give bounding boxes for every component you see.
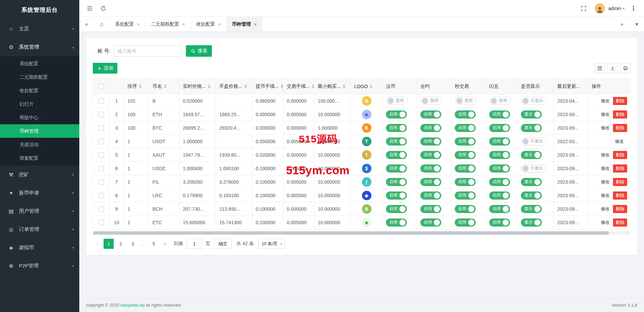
contract-toggle[interactable]: 启用 bbox=[420, 137, 441, 146]
delete-button[interactable]: 删除 bbox=[613, 218, 627, 227]
fiat-toggle[interactable]: 启用 bbox=[386, 191, 407, 200]
seconds-trade-toggle[interactable]: 启用 bbox=[455, 191, 476, 200]
row-checkbox[interactable] bbox=[99, 166, 104, 171]
sort-icon[interactable] bbox=[343, 84, 345, 88]
sort-icon[interactable] bbox=[370, 84, 372, 88]
tab-币种管理[interactable]: 币种管理× bbox=[227, 17, 262, 31]
sidebar-item-系统管理[interactable]: ⚙系统管理▴ bbox=[0, 38, 79, 56]
contract-toggle[interactable]: 启用 bbox=[420, 218, 441, 227]
contract-toggle[interactable]: 禁用 bbox=[420, 97, 442, 105]
close-tab-icon[interactable]: × bbox=[137, 22, 140, 27]
sidebar-subitem-帮助中心[interactable]: 帮助中心 bbox=[0, 111, 79, 124]
easyweb-link[interactable]: easyweb.vip bbox=[120, 303, 145, 308]
page-button-3[interactable]: 3 bbox=[128, 239, 138, 249]
close-tab-icon[interactable]: × bbox=[218, 22, 221, 27]
sidebar-subitem-弹窗配置[interactable]: 弹窗配置 bbox=[0, 151, 79, 165]
flash-swap-toggle[interactable]: 启用 bbox=[489, 110, 510, 119]
visible-toggle[interactable]: 显示 bbox=[521, 124, 542, 132]
print-icon[interactable] bbox=[620, 63, 631, 73]
seconds-trade-toggle[interactable]: 启用 bbox=[455, 205, 476, 213]
column-header-LOGO[interactable]: LOGO bbox=[351, 79, 383, 94]
tabs-scroll-right-button[interactable]: » bbox=[614, 17, 629, 31]
fiat-toggle[interactable]: 启用 bbox=[386, 218, 407, 227]
visible-toggle[interactable]: 显示 bbox=[521, 205, 542, 213]
delete-button[interactable]: 删除 bbox=[613, 191, 627, 200]
visible-toggle[interactable]: 显示 bbox=[521, 178, 542, 186]
visible-toggle[interactable]: 显示 bbox=[521, 151, 542, 159]
add-button[interactable]: ＋ 添加 bbox=[93, 63, 117, 74]
edit-button[interactable]: 修改 bbox=[615, 139, 624, 144]
sort-icon[interactable] bbox=[281, 84, 283, 88]
delete-button[interactable]: 删除 bbox=[613, 110, 627, 119]
sidebar-subitem-幻灯片[interactable]: 幻灯片 bbox=[0, 97, 79, 111]
delete-button[interactable]: 删除 bbox=[613, 164, 627, 173]
delete-button[interactable]: 删除 bbox=[613, 97, 627, 105]
contract-toggle[interactable]: 启用 bbox=[420, 178, 441, 186]
home-tab[interactable]: ⌂ bbox=[94, 17, 110, 31]
close-tab-icon[interactable]: × bbox=[182, 22, 185, 27]
sidebar-subitem-收款配置[interactable]: 收款配置 bbox=[0, 84, 79, 97]
user-menu[interactable]: admin ▾ bbox=[608, 6, 624, 11]
tab-系统配置[interactable]: 系统配置× bbox=[110, 17, 145, 31]
select-all-checkbox[interactable] bbox=[99, 84, 104, 89]
fiat-toggle[interactable]: 启用 bbox=[386, 164, 407, 173]
edit-button[interactable]: 修改 bbox=[601, 179, 610, 184]
sort-icon[interactable] bbox=[208, 84, 211, 88]
sidebar-item-订单管理[interactable]: ◎订单管理▾ bbox=[0, 220, 79, 238]
row-checkbox[interactable] bbox=[99, 125, 104, 131]
seconds-trade-toggle[interactable]: 启用 bbox=[455, 124, 476, 132]
contract-toggle[interactable]: 启用 bbox=[420, 164, 441, 173]
tabs-scroll-left-button[interactable]: « bbox=[79, 17, 94, 31]
export-icon[interactable] bbox=[608, 63, 618, 73]
contract-toggle[interactable]: 启用 bbox=[420, 191, 441, 200]
next-page-button[interactable]: › bbox=[160, 239, 170, 249]
fiat-toggle[interactable]: 启用 bbox=[386, 110, 407, 119]
row-checkbox[interactable] bbox=[99, 112, 104, 117]
fiat-toggle[interactable]: 启用 bbox=[386, 178, 407, 186]
edit-button[interactable]: 修改 bbox=[601, 152, 610, 157]
collapse-menu-icon[interactable] bbox=[84, 3, 95, 14]
page-size-select[interactable]: 10 条/页▾ bbox=[258, 239, 285, 249]
sort-icon[interactable] bbox=[164, 84, 167, 88]
visible-toggle[interactable]: 不显示 bbox=[521, 164, 547, 173]
edit-button[interactable]: 修改 bbox=[601, 166, 610, 171]
seconds-trade-toggle[interactable]: 启用 bbox=[455, 151, 476, 159]
row-checkbox[interactable] bbox=[99, 98, 104, 104]
fullscreen-icon[interactable] bbox=[578, 3, 589, 14]
visible-toggle[interactable]: 显示 bbox=[521, 218, 542, 227]
sidebar-subitem-充值活动[interactable]: 充值活动 bbox=[0, 138, 79, 151]
column-header-排序[interactable]: 排序 bbox=[124, 79, 149, 94]
row-checkbox[interactable] bbox=[99, 179, 104, 185]
edit-button[interactable]: 修改 bbox=[601, 125, 610, 130]
sidebar-item-P2P管理[interactable]: ⊕P2P管理▾ bbox=[0, 257, 79, 275]
seconds-trade-toggle[interactable]: 启用 bbox=[455, 164, 476, 173]
sidebar-item-新币申请[interactable]: ✦新币申请▾ bbox=[0, 184, 79, 202]
edit-button[interactable]: 修改 bbox=[601, 206, 610, 211]
seconds-trade-toggle[interactable]: 启用 bbox=[455, 178, 476, 186]
delete-button[interactable]: 删除 bbox=[613, 151, 627, 159]
sidebar-subitem-系统配置[interactable]: 系统配置 bbox=[0, 57, 79, 70]
search-input[interactable] bbox=[114, 45, 181, 57]
scrollbar-thumb[interactable] bbox=[93, 231, 609, 235]
delete-button[interactable]: 删除 bbox=[613, 178, 627, 186]
flash-swap-toggle[interactable]: 启用 bbox=[489, 191, 510, 200]
row-checkbox[interactable] bbox=[99, 206, 104, 212]
visible-toggle[interactable]: 不显示 bbox=[521, 137, 547, 146]
fiat-toggle[interactable]: 禁用 bbox=[386, 97, 408, 105]
edit-button[interactable]: 修改 bbox=[601, 112, 610, 117]
contract-toggle[interactable]: 启用 bbox=[420, 205, 441, 213]
column-header-交易手续...[interactable]: 交易手续... bbox=[283, 79, 314, 94]
flash-swap-toggle[interactable]: 启用 bbox=[489, 124, 510, 132]
tab-收款配置[interactable]: 收款配置× bbox=[191, 17, 226, 31]
columns-grid-icon[interactable] bbox=[595, 63, 605, 73]
contract-toggle[interactable]: 启用 bbox=[420, 151, 441, 159]
fiat-toggle[interactable]: 启用 bbox=[386, 151, 407, 159]
avatar[interactable] bbox=[595, 3, 605, 14]
confirm-goto-button[interactable]: 确定 bbox=[214, 239, 232, 249]
visible-toggle[interactable]: 不显示 bbox=[521, 97, 547, 105]
delete-button[interactable]: 删除 bbox=[613, 124, 627, 132]
fiat-toggle[interactable]: 启用 bbox=[386, 205, 407, 213]
more-menu-icon[interactable]: ⋮ bbox=[628, 3, 639, 14]
seconds-trade-toggle[interactable]: 启用 bbox=[455, 137, 476, 146]
edit-button[interactable]: 修改 bbox=[601, 220, 610, 225]
